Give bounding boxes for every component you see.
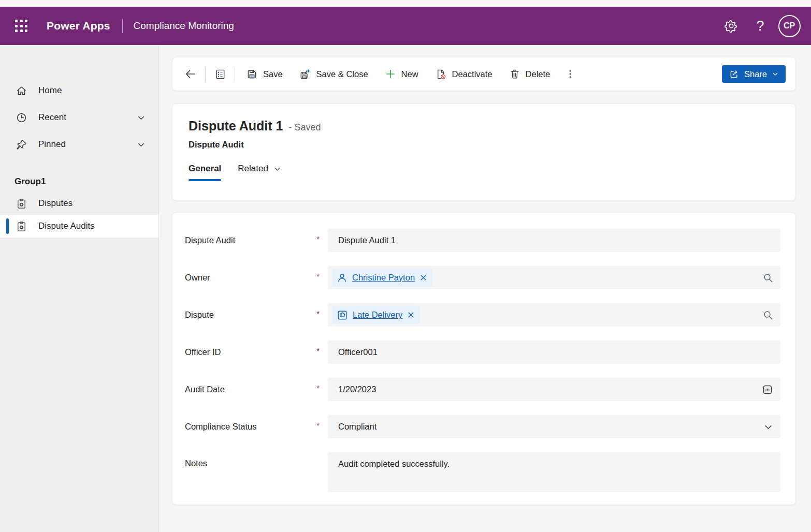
- field-label: Compliance Status: [185, 422, 257, 432]
- command-divider: [235, 67, 235, 81]
- deactivate-label: Deactivate: [452, 69, 493, 79]
- save-close-label: Save & Close: [316, 69, 368, 79]
- dispute-search-button[interactable]: [762, 309, 774, 321]
- account-button[interactable]: CP: [778, 14, 801, 37]
- delete-button[interactable]: Delete: [501, 63, 559, 85]
- share-icon: [729, 69, 740, 80]
- header-divider: [122, 19, 123, 33]
- form-icon: [214, 68, 226, 80]
- command-divider: [205, 67, 206, 81]
- field-row-audit-date: Audit Date * 1/20/2023: [185, 378, 780, 401]
- app-header-bar: Power Apps Compliance Monitoring ? CP: [0, 7, 811, 45]
- field-row-owner: Owner * Christine Payton: [185, 266, 780, 289]
- dispute-audit-input[interactable]: Dispute Audit 1: [328, 229, 780, 252]
- required-asterisk: *: [316, 421, 320, 430]
- field-row-compliance-status: Compliance Status * Compliant: [185, 415, 780, 438]
- table-icon: [16, 220, 27, 232]
- remove-dispute-button[interactable]: [407, 311, 415, 319]
- help-icon: ?: [756, 19, 764, 33]
- form-selector-button[interactable]: [208, 63, 232, 85]
- search-icon: [762, 309, 774, 321]
- home-icon: [16, 85, 27, 97]
- deactivate-button[interactable]: Deactivate: [427, 63, 501, 85]
- new-button[interactable]: New: [376, 63, 427, 85]
- waffle-icon: [15, 20, 27, 32]
- sidebar-item-label: Dispute Audits: [38, 221, 95, 231]
- dispute-lookup-input[interactable]: Late Delivery: [328, 303, 780, 327]
- close-icon: [407, 311, 415, 319]
- officer-id-input[interactable]: Officer001: [328, 341, 780, 364]
- page-title: Dispute Audit 1: [189, 119, 283, 134]
- close-icon: [419, 274, 427, 282]
- audit-date-input[interactable]: 1/20/2023: [328, 378, 780, 401]
- help-button[interactable]: ?: [749, 14, 772, 37]
- compliance-status-select[interactable]: Compliant: [328, 415, 780, 438]
- avatar: CP: [778, 15, 801, 37]
- owner-record-link[interactable]: Christine Payton: [352, 273, 415, 283]
- field-label: Owner: [185, 273, 210, 283]
- share-label: Share: [744, 69, 767, 79]
- field-row-notes: Notes Audit completed successfully.: [185, 452, 780, 492]
- owner-lookup-input[interactable]: Christine Payton: [328, 266, 780, 289]
- notes-textarea[interactable]: Audit completed successfully.: [328, 452, 780, 492]
- entity-type-label: Dispute Audit: [189, 140, 795, 150]
- owner-pill: Christine Payton: [332, 269, 432, 287]
- field-value: 1/20/2023: [338, 385, 376, 394]
- gear-icon: [725, 19, 738, 33]
- field-value: Dispute Audit 1: [338, 235, 396, 245]
- tab-related[interactable]: Related: [238, 164, 282, 174]
- field-row-dispute-audit: Dispute Audit * Dispute Audit 1: [185, 229, 780, 252]
- sidebar-item-pinned[interactable]: Pinned: [0, 131, 158, 158]
- save-label: Save: [263, 69, 283, 79]
- sidebar-item-label: Pinned: [38, 139, 66, 150]
- settings-button[interactable]: [720, 14, 743, 37]
- dispute-record-link[interactable]: Late Delivery: [353, 310, 402, 320]
- field-label: Dispute: [185, 310, 214, 320]
- sidebar-group-label: Group1: [15, 176, 158, 187]
- required-asterisk: *: [316, 234, 320, 243]
- sidebar-item-home[interactable]: Home: [0, 77, 158, 104]
- dispute-pill: Late Delivery: [332, 306, 420, 324]
- sidebar-item-dispute-audits[interactable]: Dispute Audits: [0, 215, 158, 238]
- selected-indicator: [6, 218, 9, 234]
- more-commands-button[interactable]: [558, 63, 582, 85]
- sidebar-item-label: Disputes: [38, 198, 73, 209]
- form-body: Dispute Audit * Dispute Audit 1 Owner *: [172, 212, 796, 505]
- record-header: Dispute Audit 1 - Saved Dispute Audit Ge…: [172, 104, 796, 201]
- sitemap-sidebar: Home Recent Pinned: [0, 45, 159, 532]
- tab-general[interactable]: General: [189, 164, 221, 174]
- required-asterisk: *: [316, 309, 320, 318]
- chevron-down-icon: [273, 165, 282, 173]
- field-label: Notes: [185, 459, 207, 468]
- remove-owner-button[interactable]: [419, 274, 427, 282]
- form-tabs: General Related: [189, 164, 795, 174]
- chevron-down-icon: [772, 70, 779, 78]
- more-vertical-icon: [564, 68, 576, 80]
- date-picker-button[interactable]: [761, 383, 774, 396]
- save-and-close-button[interactable]: Save & Close: [291, 63, 376, 85]
- sidebar-item-recent[interactable]: Recent: [0, 104, 158, 131]
- app-name: Compliance Monitoring: [134, 20, 234, 32]
- sidebar-item-disputes[interactable]: Disputes: [0, 192, 158, 215]
- trash-icon: [509, 68, 520, 80]
- app-launcher-button[interactable]: [8, 13, 34, 39]
- plus-icon: [385, 68, 396, 80]
- back-arrow-icon: [184, 68, 197, 80]
- field-row-officer-id: Officer ID * Officer001: [185, 341, 780, 364]
- sidebar-item-label: Recent: [38, 112, 66, 123]
- product-title: Power Apps: [47, 20, 110, 32]
- person-icon: [337, 272, 347, 283]
- save-icon: [246, 68, 258, 80]
- field-row-dispute: Dispute * Late Delivery: [185, 303, 780, 327]
- share-button[interactable]: Share: [722, 65, 786, 83]
- tab-label: Related: [238, 164, 268, 174]
- owner-search-button[interactable]: [762, 272, 774, 284]
- save-button[interactable]: Save: [238, 63, 291, 85]
- delete-label: Delete: [526, 69, 551, 79]
- back-button[interactable]: [179, 63, 202, 85]
- tab-label: General: [189, 164, 221, 174]
- field-value: Officer001: [338, 347, 378, 357]
- field-label: Officer ID: [185, 347, 221, 357]
- chevron-down-icon: [136, 113, 146, 123]
- chevron-down-icon: [763, 421, 774, 432]
